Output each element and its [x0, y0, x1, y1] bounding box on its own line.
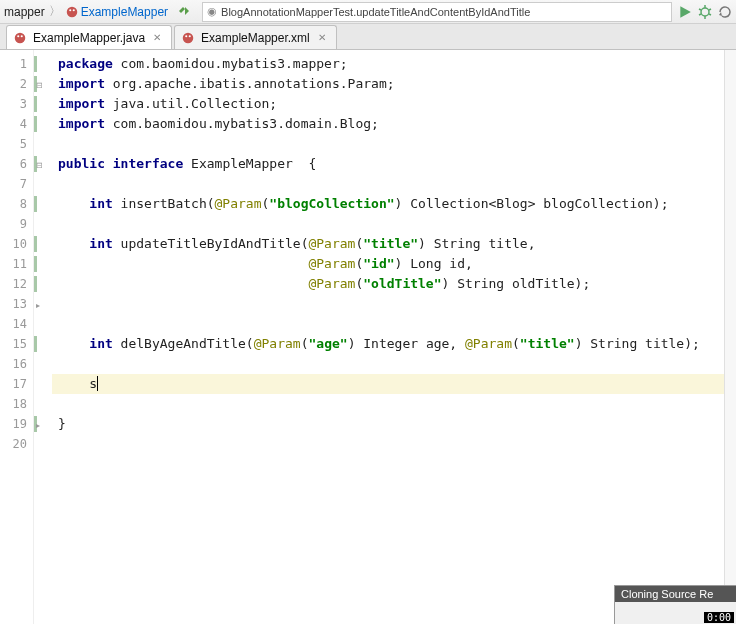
progress-body: 0:00 [615, 602, 736, 624]
code-line[interactable]: int updateTitleByIdAndTitle(@Param("titl… [52, 234, 736, 254]
line-number: 9 [0, 214, 33, 234]
line-number: 18 [0, 394, 33, 414]
file-icon [13, 31, 27, 45]
rerun-icon[interactable] [718, 5, 732, 19]
progress-timer: 0:00 [704, 612, 734, 623]
gutter-mark [34, 314, 52, 334]
code-area[interactable]: package com.baomidou.mybatis3.mapper;imp… [52, 50, 736, 624]
line-number: 15 [0, 334, 33, 354]
gutter-mark [34, 354, 52, 374]
change-marker [34, 116, 37, 132]
progress-popup[interactable]: Cloning Source Re 0:00 [614, 585, 736, 624]
svg-point-6 [21, 35, 23, 37]
gutter-mark [34, 274, 52, 294]
svg-point-4 [15, 32, 26, 43]
gutter-mark: ▸ [34, 414, 52, 434]
code-line[interactable]: int delByAgeAndTitle(@Param("age") Integ… [52, 334, 736, 354]
line-number: 6 [0, 154, 33, 174]
code-line[interactable] [52, 134, 736, 154]
code-line[interactable] [52, 354, 736, 374]
line-number: 3 [0, 94, 33, 114]
line-number: 10 [0, 234, 33, 254]
change-marker [34, 56, 37, 72]
breadcrumb-folder[interactable]: mapper [4, 5, 45, 19]
code-line[interactable]: public interface ExampleMapper { [52, 154, 736, 174]
change-marker [34, 276, 37, 292]
code-line[interactable]: } [52, 414, 736, 434]
code-line[interactable] [52, 394, 736, 414]
editor-tab[interactable]: ExampleMapper.java✕ [6, 25, 172, 49]
test-icon: ◉ [207, 5, 217, 18]
run-icon[interactable] [678, 5, 692, 19]
gutter-mark [34, 434, 52, 454]
line-number: 16 [0, 354, 33, 374]
gutter-mark [34, 114, 52, 134]
code-line[interactable]: import org.apache.ibatis.annotations.Par… [52, 74, 736, 94]
gutter-mark [34, 234, 52, 254]
gutter-mark: ▸ [34, 294, 52, 314]
change-marker [34, 96, 37, 112]
fold-icon[interactable]: ⊟ [36, 161, 43, 170]
fold-icon[interactable]: ▸ [36, 301, 40, 310]
scrollbar-overview[interactable] [724, 50, 736, 624]
close-icon[interactable]: ✕ [153, 32, 161, 43]
debug-icon[interactable] [698, 5, 712, 19]
fold-icon[interactable]: ▸ [36, 421, 40, 430]
line-number: 5 [0, 134, 33, 154]
gutter-mark [34, 174, 52, 194]
gutter-mark [34, 134, 52, 154]
gutter-mark [34, 194, 52, 214]
fold-icon[interactable]: ⊟ [36, 81, 43, 90]
tab-label: ExampleMapper.java [33, 31, 145, 45]
close-icon[interactable]: ✕ [318, 32, 326, 43]
line-number: 4 [0, 114, 33, 134]
gutter-markers: ⊟⊟▸▸ [34, 50, 52, 624]
code-line[interactable]: package com.baomidou.mybatis3.mapper; [52, 54, 736, 74]
chevron-right-icon: 〉 [49, 3, 61, 20]
code-editor[interactable]: 1234567891011121314151617181920 ⊟⊟▸▸ pac… [0, 50, 736, 624]
breadcrumb-class[interactable]: ExampleMapper [81, 5, 168, 19]
line-number: 1 [0, 54, 33, 74]
file-icon [181, 31, 195, 45]
gutter-mark [34, 94, 52, 114]
code-line[interactable] [52, 214, 736, 234]
gutter-mark [34, 374, 52, 394]
svg-point-9 [189, 35, 191, 37]
change-marker [34, 256, 37, 272]
gutter-mark: ⊟ [34, 154, 52, 174]
code-line[interactable] [52, 294, 736, 314]
svg-point-7 [183, 32, 194, 43]
editor-tabs: ExampleMapper.java✕ExampleMapper.xml✕ [0, 24, 736, 50]
editor-tab[interactable]: ExampleMapper.xml✕ [174, 25, 337, 49]
code-line[interactable]: int insertBatch(@Param("blogCollection")… [52, 194, 736, 214]
code-line[interactable] [52, 174, 736, 194]
line-number: 20 [0, 434, 33, 454]
line-number: 11 [0, 254, 33, 274]
class-icon [65, 5, 79, 19]
build-icon[interactable] [176, 4, 192, 20]
code-line[interactable] [52, 434, 736, 454]
gutter-mark [34, 254, 52, 274]
progress-title: Cloning Source Re [615, 586, 736, 602]
svg-point-0 [66, 6, 77, 17]
code-line[interactable]: @Param("id") Long id, [52, 254, 736, 274]
gutter-mark: ⊟ [34, 74, 52, 94]
code-line[interactable]: s [52, 374, 736, 394]
code-line[interactable]: @Param("oldTitle") String oldTitle); [52, 274, 736, 294]
line-number: 13 [0, 294, 33, 314]
code-line[interactable]: import java.util.Collection; [52, 94, 736, 114]
line-number: 12 [0, 274, 33, 294]
svg-point-1 [69, 9, 71, 11]
gutter-mark [34, 394, 52, 414]
run-config-label: BlogAnnotationMapperTest.updateTitleAndC… [221, 6, 530, 18]
svg-point-2 [72, 9, 74, 11]
line-number-gutter: 1234567891011121314151617181920 [0, 50, 34, 624]
line-number: 19 [0, 414, 33, 434]
code-line[interactable]: import com.baomidou.mybatis3.domain.Blog… [52, 114, 736, 134]
code-line[interactable] [52, 314, 736, 334]
svg-point-5 [17, 35, 19, 37]
change-marker [34, 336, 37, 352]
line-number: 17 [0, 374, 33, 394]
run-config-dropdown[interactable]: ◉ BlogAnnotationMapperTest.updateTitleAn… [202, 2, 672, 22]
gutter-mark [34, 54, 52, 74]
